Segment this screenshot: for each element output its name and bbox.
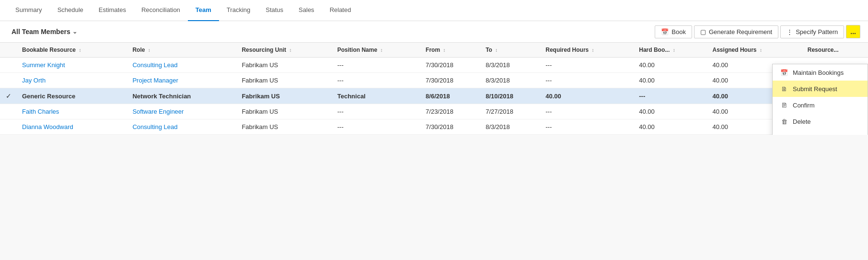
- generate-requirement-button[interactable]: ▢ Generate Requirement: [694, 25, 778, 38]
- row-required: ---: [541, 104, 634, 119]
- col-resource[interactable]: Bookable Resource ↕: [17, 43, 127, 58]
- col-from[interactable]: From ↕: [421, 43, 481, 58]
- row-role[interactable]: Consulting Lead: [127, 58, 237, 73]
- specify-label: Specify Pattern: [796, 28, 838, 35]
- menu-maintain-bookings[interactable]: 📅 Maintain Bookings: [773, 64, 868, 81]
- book-label: Book: [671, 28, 686, 35]
- row-to: 7/27/2018: [481, 104, 541, 119]
- menu-submit-request[interactable]: 🗎 Submit Request: [773, 81, 868, 97]
- tab-sales[interactable]: Sales: [291, 0, 322, 21]
- col-unit[interactable]: Resourcing Unit ↕: [237, 43, 332, 58]
- nav-tabs: Summary Schedule Estimates Reconciliatio…: [0, 0, 868, 21]
- row-position: ---: [333, 104, 421, 119]
- tab-team[interactable]: Team: [188, 0, 219, 21]
- menu-maintain-bookings-label: Maintain Bookings: [793, 69, 844, 76]
- sort-icon: ↕: [673, 47, 675, 53]
- row-required: 40.00: [541, 88, 634, 104]
- team-table: Bookable Resource ↕ Role ↕ Resourcing Un…: [0, 43, 868, 135]
- document-check-icon: 🖹: [780, 101, 788, 109]
- row-check: [0, 73, 17, 88]
- table-row[interactable]: ✓ Generic Resource Network Technician Fa…: [0, 88, 868, 104]
- tab-summary[interactable]: Summary: [8, 0, 50, 21]
- row-from: 7/23/2018: [421, 104, 481, 119]
- row-hard: ---: [634, 88, 707, 104]
- table-row[interactable]: Faith Charles Software Engineer Fabrikam…: [0, 104, 868, 119]
- row-from: 7/30/2018: [421, 58, 481, 73]
- tab-schedule[interactable]: Schedule: [50, 0, 91, 21]
- row-position: Technical: [333, 88, 421, 104]
- specify-pattern-button[interactable]: ⋮ Specify Pattern: [780, 25, 844, 38]
- sort-icon: ↕: [380, 47, 382, 53]
- sort-icon: ↕: [148, 47, 150, 53]
- table-row[interactable]: Dianna Woodward Consulting Lead Fabrikam…: [0, 119, 868, 135]
- generate-label: Generate Requirement: [709, 28, 772, 35]
- menu-submit-request-label: Submit Request: [793, 85, 837, 93]
- table-row[interactable]: Summer Knight Consulting Lead Fabrikam U…: [0, 58, 868, 73]
- col-to[interactable]: To ↕: [481, 43, 541, 58]
- row-resource[interactable]: Summer Knight: [17, 58, 127, 73]
- col-hard[interactable]: Hard Boo... ↕: [634, 43, 707, 58]
- row-hard: 40.00: [634, 73, 707, 88]
- row-resource[interactable]: Dianna Woodward: [17, 119, 127, 135]
- tab-tracking[interactable]: Tracking: [219, 0, 258, 21]
- tab-estimates[interactable]: Estimates: [91, 0, 134, 21]
- row-unit: Fabrikam US: [237, 73, 332, 88]
- col-assigned[interactable]: Assigned Hours ↕: [708, 43, 803, 58]
- row-role[interactable]: Network Technician: [127, 88, 237, 104]
- sort-icon: ↕: [289, 47, 291, 53]
- row-position: ---: [333, 119, 421, 135]
- generate-icon: ▢: [700, 28, 706, 35]
- row-to: 8/3/2018: [481, 73, 541, 88]
- email-icon: ✉: [780, 134, 788, 135]
- tab-related[interactable]: Related: [322, 0, 359, 21]
- menu-email-link[interactable]: ✉ Email a Link: [773, 130, 868, 135]
- toolbar-actions: 📅 Book ▢ Generate Requirement ⋮ Specify …: [655, 25, 860, 38]
- table-icon: ⋮: [787, 28, 793, 35]
- row-resource[interactable]: Generic Resource: [17, 88, 127, 104]
- toolbar: All Team Members ⌄ 📅 Book ▢ Generate Req…: [0, 21, 868, 43]
- row-check: [0, 58, 17, 73]
- sort-icon: ↕: [760, 47, 762, 53]
- tab-reconciliation[interactable]: Reconciliation: [134, 0, 188, 21]
- menu-confirm[interactable]: 🖹 Confirm: [773, 97, 868, 113]
- table-row[interactable]: Jay Orth Project Manager Fabrikam US ---…: [0, 73, 868, 88]
- chevron-down-icon: ⌄: [72, 28, 77, 35]
- tab-status[interactable]: Status: [258, 0, 291, 21]
- sort-icon: ↕: [592, 47, 594, 53]
- table-section: 📅 Maintain Bookings 🗎 Submit Request 🖹 C…: [0, 43, 868, 135]
- row-to: 8/10/2018: [481, 88, 541, 104]
- menu-delete-label: Delete: [793, 118, 811, 125]
- row-required: ---: [541, 73, 634, 88]
- row-unit: Fabrikam US: [237, 104, 332, 119]
- row-resource[interactable]: Jay Orth: [17, 73, 127, 88]
- filter-label: All Team Members: [12, 28, 70, 35]
- more-button[interactable]: ...: [846, 25, 860, 38]
- menu-delete[interactable]: 🗑 Delete: [773, 113, 868, 130]
- row-hard: 40.00: [634, 58, 707, 73]
- trash-icon: 🗑: [780, 118, 788, 125]
- book-button[interactable]: 📅 Book: [655, 25, 692, 38]
- calendar-icon: 📅: [661, 28, 669, 35]
- document-icon: 🗎: [780, 85, 788, 93]
- row-check: [0, 104, 17, 119]
- calendar-icon: 📅: [780, 69, 788, 76]
- checkmark-icon: ✓: [6, 92, 12, 100]
- row-unit: Fabrikam US: [237, 58, 332, 73]
- col-position[interactable]: Position Name ↕: [333, 43, 421, 58]
- table-body: Summer Knight Consulting Lead Fabrikam U…: [0, 58, 868, 135]
- row-position: ---: [333, 58, 421, 73]
- row-from: 7/30/2018: [421, 119, 481, 135]
- context-menu: 📅 Maintain Bookings 🗎 Submit Request 🖹 C…: [772, 64, 868, 135]
- col-required[interactable]: Required Hours ↕: [541, 43, 634, 58]
- row-resource[interactable]: Faith Charles: [17, 104, 127, 119]
- menu-confirm-label: Confirm: [793, 102, 815, 109]
- row-position: ---: [333, 73, 421, 88]
- row-to: 8/3/2018: [481, 58, 541, 73]
- row-role[interactable]: Software Engineer: [127, 104, 237, 119]
- row-hard: 40.00: [634, 104, 707, 119]
- col-role[interactable]: Role ↕: [127, 43, 237, 58]
- filter-button[interactable]: All Team Members ⌄: [8, 26, 81, 37]
- row-role[interactable]: Consulting Lead: [127, 119, 237, 135]
- row-role[interactable]: Project Manager: [127, 73, 237, 88]
- sort-icon: ↕: [79, 47, 81, 53]
